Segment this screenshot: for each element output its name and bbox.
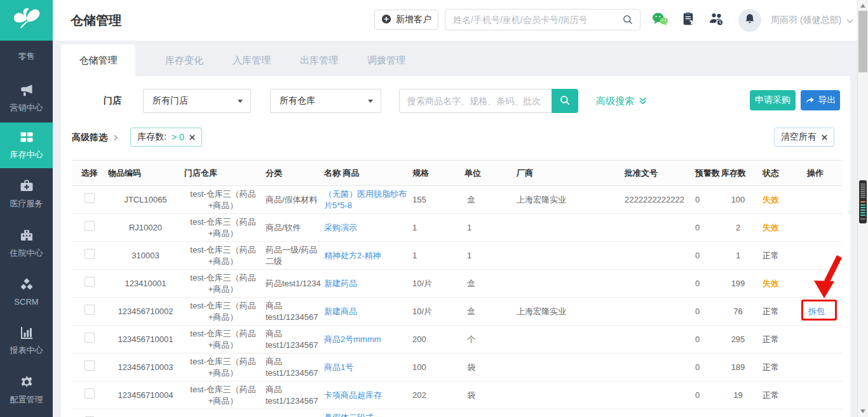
user-name: 周雨羽 (领健总部) bbox=[771, 15, 841, 26]
clipboard-phone-icon[interactable] bbox=[681, 11, 696, 30]
product-search-input[interactable] bbox=[407, 89, 547, 112]
chevron-down-icon bbox=[846, 15, 853, 25]
global-search-input[interactable] bbox=[453, 10, 618, 30]
sidebar-item-config[interactable]: 配置管理 bbox=[0, 374, 53, 406]
sidebar-item-retail[interactable]: 零售 bbox=[0, 51, 53, 62]
clear-all-filters: 清空所有 bbox=[774, 128, 834, 147]
status-badge: 正常 bbox=[763, 334, 779, 344]
table-row: 310003 test-仓库三（药品+商品） 药品一级/药品二级 精神处方2-精… bbox=[72, 242, 843, 270]
sidebar-item-medical[interactable]: 医疗服务 bbox=[0, 178, 53, 209]
status-badge: 正常 bbox=[763, 251, 779, 260]
row-checkbox[interactable] bbox=[85, 361, 95, 371]
warning-count: 0 bbox=[691, 326, 720, 354]
tab-warehouse-mgmt[interactable]: 仓储管理 bbox=[61, 44, 135, 76]
vendor: 上海宏隆实业 bbox=[512, 298, 620, 326]
tab-inbound-mgmt[interactable]: 入库管理 bbox=[218, 44, 285, 76]
tab-transfer-mgmt[interactable]: 调拨管理 bbox=[353, 44, 420, 76]
row-checkbox[interactable] bbox=[85, 388, 95, 399]
spec: 202 bbox=[410, 381, 461, 409]
plus-circle-icon bbox=[381, 14, 391, 26]
col-name: 名称 商品 bbox=[321, 161, 410, 186]
tab-label: 库存变化 bbox=[165, 55, 203, 67]
product-link[interactable]: 商品1号 bbox=[324, 362, 353, 372]
breadcrumb[interactable]: 高级筛选 bbox=[72, 132, 118, 143]
row-checkbox[interactable] bbox=[85, 193, 95, 203]
export-button[interactable]: 导出 bbox=[801, 90, 840, 110]
product-search-button[interactable] bbox=[552, 89, 578, 113]
tab-outbound-mgmt[interactable]: 出库管理 bbox=[285, 44, 353, 76]
item-code: 123456710003 bbox=[107, 354, 184, 381]
table-header: 选择 物品编码 门店仓库 分类 名称 商品 规格 单位 厂商 批准文号 预警数 … bbox=[72, 161, 843, 186]
product-link[interactable]: 商品2号mmmm bbox=[324, 334, 381, 344]
approval-number bbox=[620, 409, 691, 417]
warning-count bbox=[691, 409, 720, 417]
col-warning: 预警数 bbox=[691, 161, 720, 186]
scroll-up-icon[interactable] bbox=[860, 4, 865, 8]
warehouse-select-value: 所有仓库 bbox=[280, 95, 315, 107]
store-select-value: 所有门店 bbox=[153, 95, 188, 107]
spec: 1 bbox=[410, 214, 461, 242]
advanced-filter-label: 高级筛选 bbox=[72, 132, 107, 143]
product-link[interactable]: 鼻假体二段式HN215(活 bbox=[324, 413, 374, 417]
item-code: 310003 bbox=[107, 242, 184, 270]
export-arrow-icon bbox=[805, 95, 815, 106]
product-link[interactable]: 新建药品 bbox=[324, 279, 357, 288]
scroll-minimap bbox=[859, 180, 867, 223]
sidebar-item-scrm[interactable]: SCRM bbox=[0, 277, 53, 307]
clear-all-icon[interactable] bbox=[822, 135, 827, 140]
approval-number bbox=[620, 242, 691, 270]
sidebar-item-marketing[interactable]: 营销中心 bbox=[0, 83, 53, 114]
store-select[interactable]: 所有门店 bbox=[143, 89, 251, 113]
search-icon bbox=[559, 95, 571, 108]
request-purchase-button[interactable]: 申请采购 bbox=[750, 90, 796, 110]
row-checkbox[interactable] bbox=[85, 249, 95, 259]
store-warehouse: test-仓库三（药品+商品） bbox=[184, 381, 262, 409]
sidebar-item-inventory-active[interactable]: 库存中心 bbox=[0, 122, 53, 168]
col-spec: 规格 bbox=[410, 161, 461, 186]
product-link[interactable]: （无菌）医用脱脂纱布片5*5-8 bbox=[324, 189, 407, 210]
advanced-search-link[interactable]: 高级搜索 bbox=[596, 95, 647, 107]
stock-count: 19 bbox=[720, 381, 756, 409]
caret-down-icon bbox=[368, 100, 373, 103]
approval-number bbox=[620, 298, 691, 326]
scroll-down-icon[interactable] bbox=[860, 409, 865, 413]
caret-down-icon bbox=[238, 100, 243, 103]
product-link[interactable]: 采购演示 bbox=[324, 223, 357, 232]
warehouse-select[interactable]: 所有仓库 bbox=[270, 89, 381, 113]
clear-all-label: 清空所有 bbox=[781, 131, 817, 143]
spec: 10/片 bbox=[410, 298, 461, 326]
sidebar-item-label: 医疗服务 bbox=[10, 198, 43, 209]
scrollbar-thumb[interactable] bbox=[858, 11, 867, 72]
sidebar-item-hospitalization[interactable]: 住院中心 bbox=[0, 228, 53, 259]
user-menu[interactable]: 周雨羽 (领健总部) bbox=[771, 0, 853, 41]
row-checkbox[interactable] bbox=[85, 277, 95, 287]
sidebar-item-label: 报表中心 bbox=[10, 345, 43, 356]
search-icon[interactable] bbox=[622, 14, 634, 28]
notifications-button[interactable] bbox=[738, 9, 761, 32]
add-customer-button[interactable]: 新增客户 bbox=[374, 10, 438, 30]
unit: 袋 bbox=[461, 354, 512, 381]
sidebar-item-reports[interactable]: 报表中心 bbox=[0, 325, 53, 356]
spec: 200 bbox=[410, 326, 461, 354]
app-logo[interactable] bbox=[0, 0, 53, 41]
row-checkbox[interactable] bbox=[85, 221, 95, 231]
tab-stock-changes[interactable]: 库存变化 bbox=[151, 44, 218, 76]
table-body: JTCL10065 test-仓库三（药品+商品） 商品/假体材料 （无菌）医用… bbox=[72, 186, 843, 417]
product-link[interactable]: 卡项商品超库存 bbox=[324, 390, 382, 400]
contacts-clock-icon[interactable] bbox=[709, 11, 725, 30]
remove-filter-icon[interactable] bbox=[189, 135, 195, 140]
megaphone-icon bbox=[19, 83, 34, 98]
row-checkbox[interactable] bbox=[85, 333, 95, 343]
bell-icon bbox=[743, 13, 756, 28]
row-checkbox[interactable] bbox=[85, 305, 95, 315]
unit: 1 bbox=[461, 214, 512, 242]
approval-number bbox=[620, 326, 691, 354]
product-link[interactable]: 新建商品 bbox=[324, 307, 357, 316]
item-code: 123456710004 bbox=[107, 381, 184, 409]
category: 药品一级/药品二级 bbox=[262, 242, 321, 270]
wechat-icon[interactable] bbox=[651, 11, 668, 29]
stock-count: 76 bbox=[720, 298, 756, 326]
unpack-action-link[interactable]: 拆包 bbox=[808, 307, 825, 316]
product-link[interactable]: 精神处方2-精神 bbox=[324, 251, 381, 260]
stock-count: 189 bbox=[720, 354, 756, 381]
